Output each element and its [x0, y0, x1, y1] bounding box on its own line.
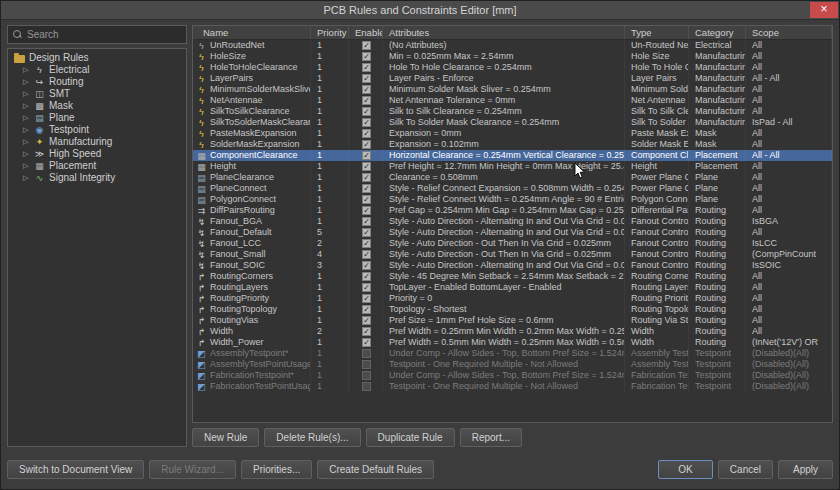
table-row[interactable]: ▤PlaneConnect1✓Style - Relief Connect Ex…: [193, 183, 832, 194]
duplicate-rule-button[interactable]: Duplicate Rule: [366, 428, 455, 447]
enabled-checkbox[interactable]: ✓: [362, 140, 371, 149]
enabled-checkbox[interactable]: ✓: [362, 250, 371, 259]
tree-item-design-rules[interactable]: Design Rules: [8, 52, 186, 64]
enabled-checkbox[interactable]: ✓: [362, 74, 371, 83]
enabled-checkbox[interactable]: ✓: [362, 283, 371, 292]
ok-button[interactable]: OK: [658, 460, 713, 479]
tree-item-placement[interactable]: ▷▦Placement: [8, 160, 186, 172]
enabled-checkbox[interactable]: [362, 382, 371, 391]
report-button[interactable]: Report...: [460, 428, 522, 447]
expand-icon[interactable]: ▷: [23, 148, 30, 160]
enabled-checkbox[interactable]: ✓: [362, 239, 371, 248]
expand-icon[interactable]: ▷: [23, 88, 30, 100]
enabled-checkbox[interactable]: ✓: [362, 206, 371, 215]
enabled-checkbox[interactable]: ✓: [362, 173, 371, 182]
enabled-checkbox[interactable]: ✓: [362, 52, 371, 61]
table-row[interactable]: ↱Width_Power1✓Pref Width = 0.5mm Min Wid…: [193, 337, 832, 348]
tree-item-signal-integrity[interactable]: ▷∿Signal Integrity: [8, 172, 186, 184]
enabled-checkbox[interactable]: ✓: [362, 228, 371, 237]
expand-icon[interactable]: ▷: [23, 136, 30, 148]
table-row[interactable]: ϟNetAntennae1✓Net Antennae Tolerance = 0…: [193, 95, 832, 106]
table-row[interactable]: ↯Fanout_SOIC3✓Style - Auto Direction - A…: [193, 260, 832, 271]
table-row[interactable]: ▤PolygonConnect1✓Style - Relief Connect …: [193, 194, 832, 205]
table-row[interactable]: ↯Fanout_BGA1✓Style - Auto Direction - Al…: [193, 216, 832, 227]
enabled-checkbox[interactable]: ✓: [362, 327, 371, 336]
tree-item-routing[interactable]: ▷↪Routing: [8, 76, 186, 88]
enabled-checkbox[interactable]: ✓: [362, 294, 371, 303]
column-header-enabled[interactable]: Enabled: [349, 26, 383, 39]
cancel-button[interactable]: Cancel: [718, 460, 773, 479]
table-row[interactable]: ◩AssemblyTestpoint*1Under Comp - Allow S…: [193, 348, 832, 359]
expand-icon[interactable]: ▷: [23, 172, 30, 184]
table-row[interactable]: ◩FabricationTestPointUsage*1Testpoint - …: [193, 381, 832, 392]
enabled-checkbox[interactable]: ✓: [362, 305, 371, 314]
enabled-checkbox[interactable]: ✓: [362, 129, 371, 138]
tree-item-electrical[interactable]: ▷ϟElectrical: [8, 64, 186, 76]
priorities-button[interactable]: Priorities...: [241, 460, 312, 479]
table-row[interactable]: ↱RoutingCorners1✓Style - 45 Degree Min S…: [193, 271, 832, 282]
table-row[interactable]: ϟUnRoutedNet1✓(No Attributes)Un-Routed N…: [193, 40, 832, 51]
enabled-checkbox[interactable]: ✓: [362, 261, 371, 270]
enabled-checkbox[interactable]: ✓: [362, 151, 371, 160]
table-row[interactable]: ↱RoutingLayers1✓TopLayer - Enabled Botto…: [193, 282, 832, 293]
column-header-category[interactable]: Category: [689, 26, 746, 39]
table-row[interactable]: ↯Fanout_Default5✓Style - Auto Direction …: [193, 227, 832, 238]
tree-item-plane[interactable]: ▷▤Plane: [8, 112, 186, 124]
title-bar[interactable]: PCB Rules and Constraints Editor [mm] ×: [1, 1, 839, 20]
enabled-checkbox[interactable]: [362, 360, 371, 369]
enabled-checkbox[interactable]: ✓: [362, 184, 371, 193]
column-header-attributes[interactable]: Attributes: [383, 26, 625, 39]
enabled-checkbox[interactable]: ✓: [362, 338, 371, 347]
expand-icon[interactable]: ▷: [23, 76, 30, 88]
table-row[interactable]: ϟSolderMaskExpansion1✓Expansion = 0.102m…: [193, 139, 832, 150]
enabled-checkbox[interactable]: [362, 371, 371, 380]
enabled-checkbox[interactable]: ✓: [362, 96, 371, 105]
enabled-checkbox[interactable]: ✓: [362, 162, 371, 171]
tree-item-high-speed[interactable]: ▷≫High Speed: [8, 148, 186, 160]
table-row[interactable]: ↱RoutingTopology1✓Topology - ShortestRou…: [193, 304, 832, 315]
tree-item-smt[interactable]: ▷◫SMT: [8, 88, 186, 100]
expand-icon[interactable]: ▷: [23, 64, 30, 76]
table-row[interactable]: ↱RoutingVias1✓Pref Size = 1mm Pref Hole …: [193, 315, 832, 326]
column-header-scope[interactable]: Scope: [746, 26, 832, 39]
table-row[interactable]: ◩AssemblyTestPointUsage*1Testpoint - One…: [193, 359, 832, 370]
tree-item-manufacturing[interactable]: ▷✦Manufacturing: [8, 136, 186, 148]
table-row[interactable]: ϟHoleSize1✓Min = 0.025mm Max = 2.54mmHol…: [193, 51, 832, 62]
table-row[interactable]: ϟPasteMaskExpansion1✓Expansion = 0mmPast…: [193, 128, 832, 139]
close-icon[interactable]: ×: [810, 2, 838, 18]
enabled-checkbox[interactable]: ✓: [362, 195, 371, 204]
enabled-checkbox[interactable]: ✓: [362, 217, 371, 226]
table-row[interactable]: ▦Height1✓Pref Height = 12.7mm Min Height…: [193, 161, 832, 172]
new-rule-button[interactable]: New Rule: [192, 428, 259, 447]
create-default-rules-button[interactable]: Create Default Rules: [317, 460, 434, 479]
column-header-priority[interactable]: Priority: [311, 26, 349, 39]
column-header-name[interactable]: Name: [193, 26, 311, 39]
table-row[interactable]: ↱RoutingPriority1✓Priority = 0Routing Pr…: [193, 293, 832, 304]
table-row[interactable]: ↯Fanout_Small4✓Style - Auto Direction - …: [193, 249, 832, 260]
enabled-checkbox[interactable]: [362, 349, 371, 358]
tree-item-testpoint[interactable]: ▷◉Testpoint: [8, 124, 186, 136]
table-row[interactable]: ▤PlaneClearance1✓Clearance = 0.508mmPowe…: [193, 172, 832, 183]
table-row[interactable]: ϟSilkToSolderMaskClearance1✓Silk To Sold…: [193, 117, 832, 128]
search-input[interactable]: Search: [7, 25, 187, 44]
enabled-checkbox[interactable]: ✓: [362, 85, 371, 94]
enabled-checkbox[interactable]: ✓: [362, 63, 371, 72]
expand-icon[interactable]: ▷: [23, 124, 30, 136]
apply-button[interactable]: Apply: [778, 460, 833, 479]
switch-to-document-view-button[interactable]: Switch to Document View: [7, 460, 144, 479]
table-row[interactable]: ⇉DiffPairsRouting1✓Pref Gap = 0.254mm Mi…: [193, 205, 832, 216]
table-row[interactable]: ϟHoleToHoleClearance1✓Hole To Hole Clear…: [193, 62, 832, 73]
enabled-checkbox[interactable]: ✓: [362, 107, 371, 116]
enabled-checkbox[interactable]: ✓: [362, 316, 371, 325]
table-row[interactable]: ϟSilkToSilkClearance1✓Silk to Silk Clear…: [193, 106, 832, 117]
table-row[interactable]: ◩FabricationTestpoint*1Under Comp - Allo…: [193, 370, 832, 381]
enabled-checkbox[interactable]: ✓: [362, 41, 371, 50]
enabled-checkbox[interactable]: ✓: [362, 272, 371, 281]
enabled-checkbox[interactable]: ✓: [362, 118, 371, 127]
table-row[interactable]: ▦ComponentClearance1✓Horizontal Clearanc…: [193, 150, 832, 161]
table-row[interactable]: ϟMinimumSolderMaskSliver1✓Minimum Solder…: [193, 84, 832, 95]
tree-item-mask[interactable]: ▷▩Mask: [8, 100, 186, 112]
expand-icon[interactable]: ▷: [23, 112, 30, 124]
expand-icon[interactable]: ▷: [23, 160, 30, 172]
table-row[interactable]: ϟLayerPairs1✓Layer Pairs - EnforceLayer …: [193, 73, 832, 84]
